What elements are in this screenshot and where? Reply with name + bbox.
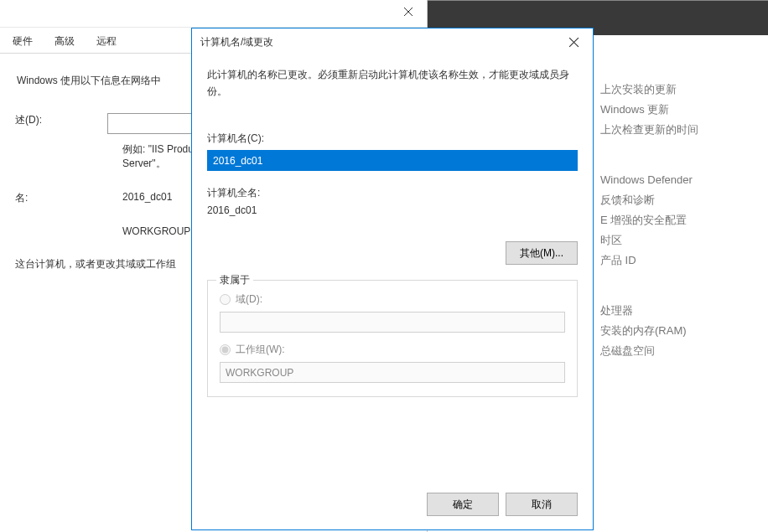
modal-title: 计算机名/域更改 (200, 35, 273, 49)
info-installed-ram: 安装的内存(RAM) (600, 321, 768, 341)
description-label: 述(D): (15, 113, 107, 127)
parent-titlebar (0, 0, 427, 28)
member-of-groupbox: 隶属于 域(D): 工作组(W): (207, 280, 578, 397)
close-icon (403, 7, 413, 17)
close-button-parent[interactable] (389, 0, 427, 23)
restart-message: 此计算机的名称已更改。必须重新启动此计算机使该名称生效，才能更改域成员身份。 (207, 66, 578, 100)
modal-titlebar: 计算机名/域更改 (192, 28, 593, 56)
info-windows-defender: Windows Defender (600, 170, 768, 190)
tab-advanced[interactable]: 高级 (44, 30, 86, 53)
workgroup-radio-label: 工作组(W): (236, 343, 285, 357)
tab-hardware[interactable]: 硬件 (2, 30, 44, 53)
full-computer-name-value: 2016_dc01 (207, 204, 578, 216)
domain-radio-label: 域(D): (236, 292, 262, 307)
modal-content: 此计算机的名称已更改。必须重新启动此计算机使该名称生效，才能更改域成员身份。 计… (192, 56, 593, 483)
workgroup-input (220, 362, 565, 383)
ok-button[interactable]: 确定 (427, 493, 499, 516)
modal-footer: 确定 取消 (192, 483, 593, 529)
close-icon (568, 37, 579, 48)
domain-radio[interactable] (220, 294, 231, 305)
tab-remote[interactable]: 远程 (86, 30, 127, 53)
workgroup-radio[interactable] (220, 344, 231, 355)
info-ie-enhanced-security: E 增强的安全配置 (600, 210, 768, 230)
close-button-modal[interactable] (555, 30, 593, 55)
info-feedback-diagnostics: 反馈和诊断 (600, 190, 768, 210)
computer-name-value: 2016_dc01 (122, 191, 172, 205)
computer-name-domain-dialog: 计算机名/域更改 此计算机的名称已更改。必须重新启动此计算机使该名称生效，才能更… (191, 28, 594, 530)
info-total-disk-space: 总磁盘空间 (600, 341, 768, 361)
info-product-id: 产品 ID (600, 251, 768, 271)
workgroup-value: WORKGROUP (122, 225, 190, 237)
computer-name-input[interactable] (207, 150, 578, 171)
computer-name-field-label: 计算机名(C): (207, 132, 578, 146)
info-last-check-time: 上次检查更新的时间 (600, 120, 768, 140)
domain-input (220, 312, 565, 333)
other-button[interactable]: 其他(M)... (506, 241, 578, 265)
computer-name-label: 名: (15, 191, 122, 205)
full-computer-name-label: 计算机全名: (207, 186, 578, 200)
info-windows-update: Windows 更新 (600, 100, 768, 120)
info-last-installed-updates: 上次安装的更新 (600, 80, 768, 100)
info-processor: 处理器 (600, 301, 768, 321)
server-info-panel: 上次安装的更新 Windows 更新 上次检查更新的时间 Windows Def… (592, 80, 768, 391)
member-of-title: 隶属于 (216, 273, 253, 287)
cancel-button[interactable]: 取消 (506, 493, 578, 516)
info-timezone: 时区 (600, 230, 768, 251)
